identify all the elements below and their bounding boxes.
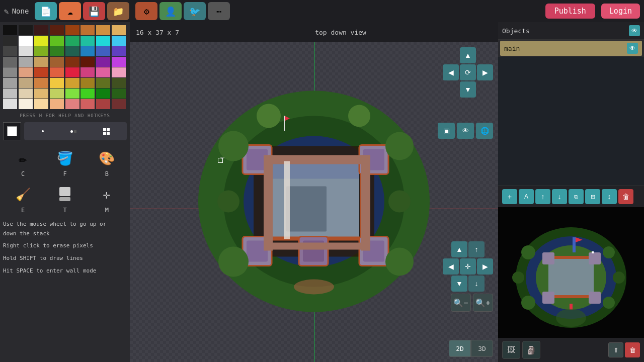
layer-up-button[interactable]: ↑ (535, 189, 550, 204)
nav-right-button[interactable]: ▶ (477, 64, 493, 80)
color-cell[interactable] (65, 25, 79, 35)
color-cell[interactable] (65, 67, 79, 77)
color-cell[interactable] (80, 78, 95, 88)
color-cell[interactable] (80, 88, 95, 99)
color-cell[interactable] (19, 57, 33, 67)
color-cell[interactable] (112, 78, 126, 88)
login-button[interactable]: Login (601, 4, 640, 19)
color-cell[interactable] (112, 46, 126, 56)
nav-left-button[interactable]: ◀ (443, 64, 459, 80)
tool-fill[interactable]: 🪣 F (45, 145, 85, 179)
share-button[interactable]: 🐦 (184, 2, 206, 20)
move-up-button[interactable]: ▲ (451, 241, 467, 257)
objects-eye-button[interactable]: 👁 (629, 25, 640, 36)
move-down2-button[interactable]: ↓ (468, 276, 485, 292)
color-cell[interactable] (80, 67, 95, 77)
color-cell[interactable] (34, 88, 48, 99)
minimap-delete-button[interactable]: 🗑 (625, 342, 640, 357)
nav-up-button[interactable]: ▲ (460, 47, 476, 63)
color-cell[interactable] (96, 36, 110, 46)
color-cell[interactable] (34, 36, 48, 46)
layer-delete-button[interactable]: 🗑 (618, 189, 633, 204)
color-cell[interactable] (50, 25, 64, 35)
color-cell[interactable] (34, 46, 48, 56)
layer-merge-button[interactable]: ⊞ (585, 189, 600, 204)
move-down-button[interactable]: ▼ (451, 276, 467, 292)
color-cell[interactable] (3, 67, 17, 77)
zoom-out-button[interactable]: 🔍− (451, 294, 471, 312)
tool-eraser[interactable]: 🧹 E (3, 182, 43, 216)
save-button[interactable]: 💾 (83, 2, 105, 20)
layer-text-button[interactable]: A (519, 189, 534, 204)
color-cell[interactable] (34, 99, 48, 109)
color-cell[interactable] (96, 46, 110, 56)
zoom-in-button[interactable]: 🔍+ (473, 294, 493, 312)
brush-size-3[interactable] (103, 128, 110, 135)
layer-copy-button[interactable]: ⧉ (569, 189, 584, 204)
layer-down-button[interactable]: ↓ (552, 189, 567, 204)
object-layer-row[interactable]: main 👁 (500, 41, 642, 56)
new-file-button[interactable]: 📄 (35, 2, 57, 20)
move-up2-button[interactable]: ↑ (468, 241, 485, 257)
color-cell[interactable] (3, 78, 17, 88)
color-cell[interactable] (96, 57, 110, 67)
color-cell[interactable] (80, 36, 95, 46)
user-button[interactable]: 👤 (159, 2, 182, 20)
color-cell[interactable] (3, 88, 17, 99)
color-cell[interactable] (96, 78, 110, 88)
color-cell[interactable] (19, 25, 33, 35)
color-cell[interactable] (3, 46, 17, 56)
folder-button[interactable]: 📁 (107, 2, 129, 20)
color-cell[interactable] (19, 78, 33, 88)
color-cell[interactable] (65, 36, 79, 46)
color-cell[interactable] (96, 88, 110, 99)
color-cell[interactable] (19, 46, 33, 56)
color-cell[interactable] (50, 46, 64, 56)
publish-button[interactable]: Publish (545, 4, 595, 19)
color-cell[interactable] (50, 67, 64, 77)
move-center-button[interactable]: ✛ (460, 258, 476, 275)
color-cell[interactable] (96, 67, 110, 77)
color-cell[interactable] (3, 25, 17, 35)
nav-refresh-button[interactable]: ⟳ (460, 64, 476, 80)
color-cell[interactable] (50, 78, 64, 88)
layer-select-button[interactable]: ▣ (438, 123, 455, 139)
tool-stamp[interactable]: T (45, 182, 85, 216)
more-button[interactable]: ⋯ (208, 2, 230, 20)
view-2d-button[interactable]: 2D (449, 340, 471, 357)
color-cell[interactable] (19, 88, 33, 99)
color-cell[interactable] (34, 57, 48, 67)
move-left-button[interactable]: ◀ (443, 258, 459, 275)
color-cell[interactable] (34, 78, 48, 88)
color-cell[interactable] (65, 88, 79, 99)
color-cell[interactable] (80, 99, 95, 109)
color-cell[interactable] (112, 88, 126, 99)
color-cell[interactable] (34, 67, 48, 77)
color-cell[interactable] (112, 57, 126, 67)
color-cell[interactable] (50, 36, 64, 46)
layer-eye-button[interactable]: 👁 (457, 123, 474, 139)
pixel-canvas[interactable]: ✏ ▲ ◀ ⟳ ▶ ▼ ▣ 👁 🌐 (130, 42, 498, 362)
view-3d-button[interactable]: 3D (471, 340, 493, 357)
color-cell[interactable] (19, 99, 33, 109)
color-cell[interactable] (50, 99, 64, 109)
color-cell[interactable] (65, 99, 79, 109)
settings-button[interactable]: ⚙️ (135, 2, 157, 20)
color-cell[interactable] (50, 88, 64, 99)
color-cell[interactable] (80, 25, 95, 35)
brush-size-2[interactable] (70, 130, 76, 133)
color-cell[interactable] (112, 67, 126, 77)
color-cell[interactable] (112, 99, 126, 109)
color-cell[interactable] (65, 57, 79, 67)
color-cell[interactable] (65, 78, 79, 88)
layer-add-button[interactable]: + (502, 189, 517, 204)
color-cell[interactable] (65, 46, 79, 56)
minimap-prev-button[interactable]: ⇑ (608, 342, 623, 357)
color-cell[interactable] (19, 67, 33, 77)
color-cell[interactable] (50, 57, 64, 67)
move-right-button[interactable]: ▶ (477, 258, 493, 275)
nav-down-button[interactable]: ▼ (460, 81, 476, 98)
layer-visibility-button[interactable]: 👁 (627, 43, 638, 54)
layer-globe-button[interactable]: 🌐 (476, 123, 493, 139)
minimap-3d-button[interactable]: 🗿 (522, 341, 540, 359)
